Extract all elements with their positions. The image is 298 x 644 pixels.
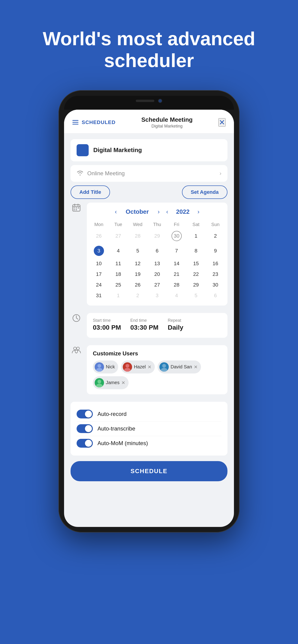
day-29[interactable]: 29 bbox=[186, 280, 206, 290]
day-27[interactable]: 27 bbox=[147, 280, 167, 290]
auto-record-label: Auto-record bbox=[98, 411, 127, 417]
phone-notch-area bbox=[64, 96, 234, 110]
users-section-title: Customize Users bbox=[93, 350, 221, 357]
toggle-row-automom: Auto-MoM (minutes) bbox=[77, 436, 221, 450]
online-meeting-row[interactable]: Online Meeting › bbox=[71, 165, 227, 182]
day-11[interactable]: 11 bbox=[109, 258, 128, 269]
svg-point-12 bbox=[74, 347, 76, 350]
day-6[interactable]: 6 bbox=[147, 244, 167, 258]
people-section-icon bbox=[71, 345, 82, 354]
auto-record-toggle[interactable] bbox=[77, 410, 93, 418]
svg-point-21 bbox=[162, 364, 166, 368]
phone-shell: SCHEDULED Schedule Meeting Digital Marke… bbox=[59, 90, 239, 532]
day-10[interactable]: 10 bbox=[89, 258, 109, 269]
header-center: Schedule Meeting Digital Marketing bbox=[141, 116, 193, 129]
users-chips-row: Nick bbox=[93, 360, 221, 389]
chevron-right-icon: › bbox=[219, 170, 221, 177]
app-brand: SCHEDULED bbox=[82, 120, 116, 126]
close-button[interactable]: ✕ bbox=[218, 118, 226, 126]
day-prev-26[interactable]: 26 bbox=[89, 228, 109, 244]
add-title-button[interactable]: Add Title bbox=[71, 186, 110, 199]
time-labels-row: Start time 03:00 PM End time 03:30 PM Re… bbox=[93, 318, 221, 331]
svg-rect-8 bbox=[76, 209, 77, 210]
day-31[interactable]: 31 bbox=[89, 290, 109, 301]
day-15[interactable]: 15 bbox=[186, 258, 206, 269]
day-30[interactable]: 30 bbox=[206, 280, 225, 290]
day-9[interactable]: 9 bbox=[206, 244, 225, 258]
phone-speaker bbox=[136, 100, 154, 102]
next-month-button[interactable]: › bbox=[155, 207, 162, 216]
day-next-1[interactable]: 1 bbox=[109, 290, 128, 301]
day-28[interactable]: 28 bbox=[167, 280, 186, 290]
remove-david-button[interactable]: ✕ bbox=[194, 365, 198, 369]
day-2[interactable]: 2 bbox=[206, 228, 225, 244]
repeat-value[interactable]: Daily bbox=[168, 324, 183, 331]
svg-rect-6 bbox=[78, 208, 79, 208]
day-17[interactable]: 17 bbox=[89, 269, 109, 280]
day-3[interactable]: 3 bbox=[89, 244, 109, 258]
dow-fri: Fri bbox=[167, 220, 186, 228]
day-prev-27[interactable]: 27 bbox=[109, 228, 128, 244]
auto-transcribe-toggle[interactable] bbox=[77, 424, 93, 433]
day-30[interactable]: 30 bbox=[167, 228, 186, 244]
day-next-4[interactable]: 4 bbox=[167, 290, 186, 301]
day-13[interactable]: 13 bbox=[147, 258, 167, 269]
end-time-value[interactable]: 03:30 PM bbox=[130, 324, 158, 331]
hamburger-icon[interactable] bbox=[72, 120, 79, 124]
svg-rect-7 bbox=[74, 209, 75, 210]
day-23[interactable]: 23 bbox=[206, 269, 225, 280]
toggle-row-autotranscribe: Auto-transcribe bbox=[77, 421, 221, 436]
header-title: Schedule Meeting bbox=[141, 116, 193, 123]
day-12[interactable]: 12 bbox=[128, 258, 147, 269]
users-content: Customize Users bbox=[87, 345, 227, 398]
header-subtitle: Digital Marketing bbox=[141, 124, 193, 129]
day-14[interactable]: 14 bbox=[167, 258, 186, 269]
schedule-button[interactable]: SCHEDULE bbox=[71, 461, 227, 481]
day-22[interactable]: 22 bbox=[186, 269, 206, 280]
day-next-3[interactable]: 3 bbox=[147, 290, 167, 301]
day-25[interactable]: 25 bbox=[109, 280, 128, 290]
phone-camera bbox=[158, 99, 162, 103]
day-24[interactable]: 24 bbox=[89, 280, 109, 290]
time-section-row: Start time 03:00 PM End time 03:30 PM Re… bbox=[71, 313, 227, 342]
day-18[interactable]: 18 bbox=[109, 269, 128, 280]
day-next-2[interactable]: 2 bbox=[128, 290, 147, 301]
prev-year-button[interactable]: ‹ bbox=[164, 207, 171, 216]
day-7[interactable]: 7 bbox=[167, 244, 186, 258]
day-next-6[interactable]: 6 bbox=[206, 290, 225, 301]
day-next-5[interactable]: 5 bbox=[186, 290, 206, 301]
avatar-james bbox=[95, 378, 104, 387]
next-year-button[interactable]: › bbox=[195, 207, 202, 216]
day-5[interactable]: 5 bbox=[128, 244, 147, 258]
remove-hazel-button[interactable]: ✕ bbox=[148, 365, 152, 369]
header-left: SCHEDULED bbox=[72, 120, 116, 126]
user-chip-nick: Nick bbox=[93, 360, 118, 374]
day-prev-28[interactable]: 28 bbox=[128, 228, 147, 244]
auto-mom-label: Auto-MoM (minutes) bbox=[98, 440, 148, 446]
start-time-value[interactable]: 03:00 PM bbox=[93, 324, 121, 331]
dow-wed: Wed bbox=[128, 220, 147, 228]
day-8[interactable]: 8 bbox=[186, 244, 206, 258]
avatar-hazel bbox=[123, 362, 132, 372]
users-section-row: Customize Users bbox=[71, 345, 227, 398]
meeting-room-row: Digital Marketing bbox=[71, 139, 227, 161]
day-21[interactable]: 21 bbox=[167, 269, 186, 280]
avatar-david bbox=[159, 362, 169, 372]
remove-james-button[interactable]: ✕ bbox=[121, 380, 125, 385]
svg-rect-5 bbox=[76, 208, 77, 208]
day-16[interactable]: 16 bbox=[206, 258, 225, 269]
day-19[interactable]: 19 bbox=[128, 269, 147, 280]
auto-mom-toggle[interactable] bbox=[77, 439, 93, 448]
user-chip-james: James ✕ bbox=[93, 376, 129, 389]
calendar-year: 2022 bbox=[172, 208, 193, 215]
svg-point-15 bbox=[98, 364, 101, 368]
dow-mon: Mon bbox=[89, 220, 109, 228]
svg-rect-4 bbox=[74, 208, 75, 208]
day-4[interactable]: 4 bbox=[109, 244, 128, 258]
set-agenda-button[interactable]: Set Agenda bbox=[182, 186, 227, 199]
day-prev-29[interactable]: 29 bbox=[147, 228, 167, 244]
day-20[interactable]: 20 bbox=[147, 269, 167, 280]
day-1[interactable]: 1 bbox=[186, 228, 206, 244]
prev-month-button[interactable]: ‹ bbox=[113, 207, 119, 216]
day-26[interactable]: 26 bbox=[128, 280, 147, 290]
